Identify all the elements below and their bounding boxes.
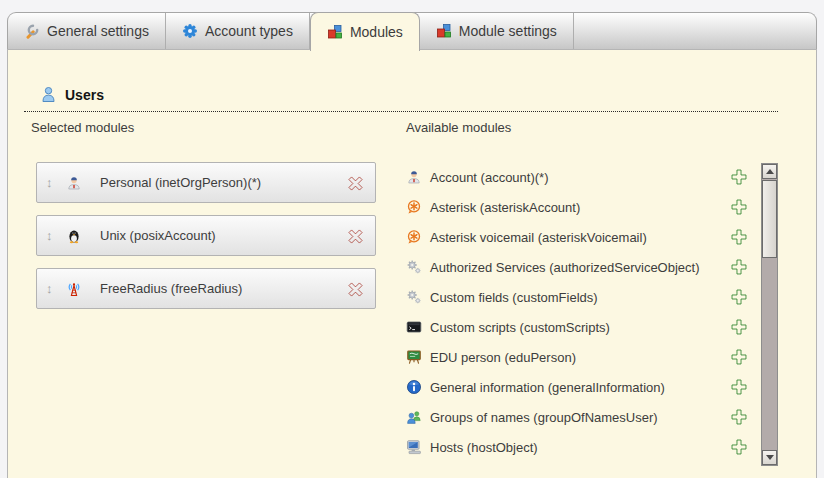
modules-icon [436,23,452,39]
remove-module-button[interactable] [345,173,366,194]
remove-module-button[interactable] [345,279,366,300]
available-module-label: Asterisk voicemail (asteriskVoicemail) [430,230,647,245]
person-icon [406,169,422,185]
selected-modules-list: ↕ Personal (inetOrgPerson)(*) ↕ Unix (po… [36,162,376,321]
wrench-icon [24,23,40,39]
chalkboard-icon [406,349,422,365]
available-module-row: Custom scripts (customScripts) [406,312,748,342]
available-module-row: Asterisk (asteriskAccount) [406,192,748,222]
selected-module-label: Unix (posixAccount) [100,228,216,243]
available-module-row: Hosts (hostObject) [406,432,748,462]
gears-icon [406,259,422,275]
tab-modules[interactable]: Modules [310,12,420,51]
delete-x-icon [345,279,366,300]
remove-module-button[interactable] [345,226,366,247]
tab-label: Module settings [459,23,557,39]
selected-module-row[interactable]: ↕ FreeRadius (freeRadius) [36,268,376,309]
person-icon [66,175,82,191]
add-module-button[interactable] [730,258,748,276]
users-section-title: Users [65,87,104,103]
tab-general-settings[interactable]: General settings [8,13,166,49]
gear-icon [182,23,198,39]
scroll-up-button[interactable] [762,164,777,179]
selected-module-label: FreeRadius (freeRadius) [100,281,242,296]
add-module-button[interactable] [730,348,748,366]
available-module-label: General information (generalInformation) [430,380,665,395]
asterisk-icon [406,229,422,245]
available-module-label: Asterisk (asteriskAccount) [430,200,580,215]
plus-icon [730,288,748,306]
available-module-label: Custom fields (customFields) [430,290,598,305]
gears-icon [406,289,422,305]
selected-module-row[interactable]: ↕ Unix (posixAccount) [36,215,376,256]
group-icon [406,409,422,425]
available-module-row: General information (generalInformation) [406,372,748,402]
plus-icon [730,318,748,336]
modules-tab-panel: Users Selected modules Available modules… [7,49,817,478]
tux-icon [66,228,82,244]
delete-x-icon [345,173,366,194]
tab-label: Account types [205,23,293,39]
arrow-down-icon [766,455,774,460]
selected-module-label: Personal (inetOrgPerson)(*) [100,175,261,190]
modules-icon [327,24,343,40]
terminal-icon [406,319,422,335]
scrollbar-thumb[interactable] [762,180,777,258]
add-module-button[interactable] [730,318,748,336]
antenna-icon [66,281,82,297]
available-module-row: Asterisk voicemail (asteriskVoicemail) [406,222,748,252]
available-module-row: Authorized Services (authorizedServiceOb… [406,252,748,282]
selected-modules-heading: Selected modules [31,120,134,135]
arrow-up-icon [766,169,774,174]
add-module-button[interactable] [730,288,748,306]
add-module-button[interactable] [730,228,748,246]
scroll-down-button[interactable] [762,450,777,465]
drag-handle-icon[interactable]: ↕ [46,228,59,243]
add-module-button[interactable] [730,168,748,186]
plus-icon [730,228,748,246]
drag-handle-icon[interactable]: ↕ [46,175,59,190]
add-module-button[interactable] [730,378,748,396]
info-icon [406,379,422,395]
users-section-header: Users [24,86,778,112]
tab-label: Modules [350,24,403,40]
plus-icon [730,198,748,216]
plus-icon [730,408,748,426]
available-module-row: Custom fields (customFields) [406,282,748,312]
tab-label: General settings [47,23,149,39]
add-module-button[interactable] [730,198,748,216]
available-module-row: Account (account)(*) [406,162,748,192]
available-modules-list: Account (account)(*) Asterisk (asteriskA… [406,162,748,462]
plus-icon [730,378,748,396]
plus-icon [730,438,748,456]
tab-module-settings[interactable]: Module settings [420,13,574,49]
available-module-label: Authorized Services (authorizedServiceOb… [430,260,700,275]
available-module-row: Groups of names (groupOfNamesUser) [406,402,748,432]
plus-icon [730,348,748,366]
delete-x-icon [345,226,366,247]
tab-bar: General settings Account types Modules M… [7,12,817,49]
available-module-label: Custom scripts (customScripts) [430,320,610,335]
selected-module-row[interactable]: ↕ Personal (inetOrgPerson)(*) [36,162,376,203]
available-modules-scrollbar[interactable] [761,163,778,466]
available-modules-heading: Available modules [406,120,511,135]
available-module-row: EDU person (eduPerson) [406,342,748,372]
available-module-label: Hosts (hostObject) [430,440,538,455]
add-module-button[interactable] [730,408,748,426]
available-module-label: EDU person (eduPerson) [430,350,576,365]
available-module-label: Account (account)(*) [430,170,549,185]
available-module-label: Groups of names (groupOfNamesUser) [430,410,658,425]
tab-account-types[interactable]: Account types [166,13,310,49]
plus-icon [730,258,748,276]
add-module-button[interactable] [730,438,748,456]
user-blue-icon [40,86,57,103]
host-icon [406,439,422,455]
drag-handle-icon[interactable]: ↕ [46,281,59,296]
plus-icon [730,168,748,186]
asterisk-icon [406,199,422,215]
